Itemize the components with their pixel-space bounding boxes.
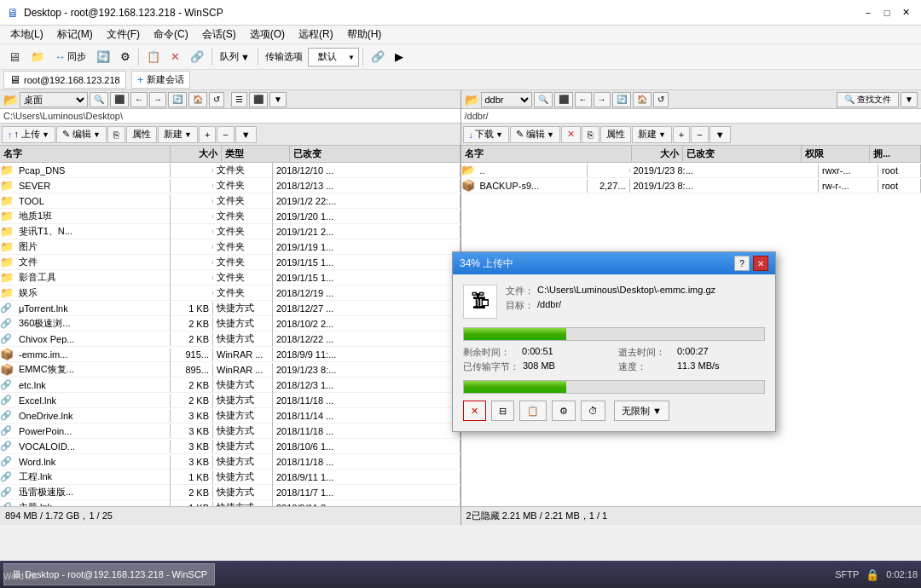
dialog-no-limit-btn[interactable]: 无限制 ▼: [614, 401, 669, 421]
left-file-row[interactable]: 🔗 Word.lnk 3 KB 快捷方式 2018/11/18 ...: [0, 454, 460, 470]
right-find-file[interactable]: 🔍 查找文件: [837, 92, 899, 107]
right-col-date[interactable]: 已改变: [683, 146, 802, 162]
right-col-owner[interactable]: 拥...: [870, 146, 921, 162]
toolbar-btn-7[interactable]: ✕: [166, 47, 184, 67]
right-add-btn[interactable]: +: [673, 126, 690, 143]
menu-file[interactable]: 文件(F): [100, 26, 147, 43]
toolbar-btn-ftp[interactable]: 🔗: [367, 47, 389, 67]
left-file-row[interactable]: 📁 SEVER 文件夹 2018/12/13 ...: [0, 178, 460, 193]
left-file-row[interactable]: 📁 斐讯T1、N... 文件夹 2019/1/21 2...: [0, 224, 460, 239]
left-file-row[interactable]: 🔗 OneDrive.lnk 3 KB 快捷方式 2018/11/14 ...: [0, 408, 460, 424]
toolbar-btn-2[interactable]: 📁: [26, 47, 49, 67]
left-file-row[interactable]: 🔗 主题.lnk 1 KB 快捷方式 2018/9/11 8:...: [0, 500, 460, 506]
right-prop-btn[interactable]: 属性: [600, 126, 631, 143]
dialog-close-btn[interactable]: ✕: [753, 256, 768, 271]
left-upload-btn[interactable]: ↑↑ 上传 ▼: [2, 126, 55, 143]
session-desktop[interactable]: 🖥 root@192.168.123.218: [3, 71, 126, 89]
right-filter-btn[interactable]: ▼: [710, 126, 731, 143]
maximize-button[interactable]: □: [878, 4, 895, 21]
left-nav-up[interactable]: ←: [130, 92, 148, 107]
left-file-row[interactable]: 📁 地质1班 文件夹 2019/1/20 1...: [0, 209, 460, 224]
right-drive-selector[interactable]: ddbr: [481, 92, 532, 107]
toolbar-btn-8[interactable]: 🔗: [186, 47, 208, 67]
menu-mark[interactable]: 标记(M): [50, 26, 100, 43]
dialog-settings-btn[interactable]: ⚙: [552, 401, 576, 421]
left-file-row[interactable]: 🔗 μTorrent.lnk 1 KB 快捷方式 2018/12/27 ...: [0, 301, 460, 316]
dialog-clock-btn[interactable]: ⏱: [581, 401, 605, 421]
left-col-type[interactable]: 类型: [222, 146, 290, 162]
left-col-date[interactable]: 已改变: [290, 146, 460, 162]
dialog-cancel-btn[interactable]: ✕: [463, 401, 486, 421]
left-file-row[interactable]: 📁 TOOL 文件夹 2019/1/2 22:...: [0, 193, 460, 209]
right-download-btn[interactable]: ↓ 下载 ▼: [463, 126, 509, 143]
right-filter[interactable]: ▼: [901, 92, 918, 107]
dialog-minimize-btn[interactable]: ⊟: [491, 401, 514, 421]
right-nav-up[interactable]: ←: [575, 92, 592, 107]
new-session-button[interactable]: + 新建会话: [131, 71, 191, 89]
left-file-row[interactable]: 📦 -emmc.im... 915... WinRAR ... 2018/9/9…: [0, 347, 460, 362]
right-file-row[interactable]: 📦 BACKUP-s9... 2,27... 2019/1/23 8:... r…: [461, 178, 922, 193]
left-edit-btn[interactable]: ✎ 编辑 ▼: [56, 126, 107, 143]
right-delete-btn[interactable]: ✕: [561, 126, 581, 143]
left-nav-btn-1[interactable]: 🔍: [90, 92, 108, 107]
right-nav-btn-2[interactable]: ⬛: [554, 92, 573, 107]
left-minus-btn[interactable]: −: [217, 126, 234, 143]
right-file-row[interactable]: 📂 .. 2019/1/23 8:... rwxr-... root: [461, 163, 922, 178]
left-file-row[interactable]: 🔗 工程.lnk 1 KB 快捷方式 2018/9/11 1...: [0, 470, 460, 485]
right-nav-home[interactable]: 🏠: [633, 92, 652, 107]
left-file-row[interactable]: 📁 图片 文件夹 2019/1/19 1...: [0, 239, 460, 255]
left-drive-selector[interactable]: 桌面: [20, 92, 88, 107]
right-edit-btn[interactable]: ✎ 编辑 ▼: [510, 126, 560, 143]
toolbar-btn-6[interactable]: 📋: [142, 47, 165, 67]
left-file-row[interactable]: 🔗 Excel.lnk 2 KB 快捷方式 2018/11/18 ...: [0, 393, 460, 408]
left-file-row[interactable]: 🔗 Chivox Pep... 2 KB 快捷方式 2018/12/22 ...: [0, 331, 460, 347]
menu-options[interactable]: 选项(O): [243, 26, 292, 43]
toolbar-queue[interactable]: 队列 ▼: [216, 47, 254, 67]
left-file-row[interactable]: 📁 文件 文件夹 2019/1/15 1...: [0, 255, 460, 270]
right-copy-btn[interactable]: ⎘: [582, 126, 600, 143]
left-file-row[interactable]: 📦 EMMC恢复... 895... WinRAR ... 2019/1/23 …: [0, 362, 460, 378]
menu-help[interactable]: 帮助(H): [340, 26, 389, 43]
left-add-btn[interactable]: +: [199, 126, 216, 143]
left-file-row[interactable]: 📁 Pcap_DNS 文件夹 2018/12/10 ...: [0, 163, 460, 178]
left-file-row[interactable]: 📁 影音工具 文件夹 2019/1/15 1...: [0, 270, 460, 285]
left-filter-btn[interactable]: ▼: [235, 126, 257, 143]
toolbar-btn-4[interactable]: 🔄: [92, 47, 114, 67]
toolbar-btn-arrow[interactable]: ▶: [391, 47, 408, 67]
left-sort-toggle[interactable]: ⬛: [249, 92, 268, 107]
left-nav-btn-2[interactable]: ⬛: [110, 92, 129, 107]
menu-session[interactable]: 会话(S): [195, 26, 243, 43]
right-nav-fwd[interactable]: →: [594, 92, 611, 107]
dialog-help-btn[interactable]: ?: [734, 256, 750, 271]
left-file-row[interactable]: 🔗 360极速浏... 2 KB 快捷方式 2018/10/2 2...: [0, 316, 460, 331]
left-file-row[interactable]: 🔗 PowerPoin... 3 KB 快捷方式 2018/11/18 ...: [0, 424, 460, 439]
dialog-copy-btn[interactable]: 📋: [519, 401, 547, 421]
left-view-toggle[interactable]: ☰: [231, 92, 247, 107]
right-col-name[interactable]: 名字: [461, 146, 632, 162]
left-col-size[interactable]: 大小: [171, 146, 222, 162]
left-nav-refresh2[interactable]: ↺: [209, 92, 224, 107]
right-minus-btn[interactable]: −: [691, 126, 708, 143]
toolbar-btn-1[interactable]: 🖥: [3, 47, 25, 67]
left-file-row[interactable]: 📁 娱乐 文件夹 2018/12/19 ...: [0, 285, 460, 301]
left-filter[interactable]: ▼: [269, 92, 287, 107]
menu-local[interactable]: 本地(L): [3, 26, 50, 43]
transfer-options-dropdown[interactable]: 默认 ▼: [308, 48, 359, 66]
toolbar-btn-3[interactable]: ↔ 同步: [50, 47, 90, 67]
minimize-button[interactable]: −: [860, 4, 877, 21]
close-button[interactable]: ✕: [897, 4, 914, 21]
left-file-row[interactable]: 🔗 etc.lnk 2 KB 快捷方式 2018/12/3 1...: [0, 378, 460, 393]
right-col-size[interactable]: 大小: [632, 146, 683, 162]
right-nav-btn-1[interactable]: 🔍: [534, 92, 553, 107]
menu-command[interactable]: 命令(C): [147, 26, 195, 43]
left-new-btn[interactable]: 新建 ▼: [158, 126, 198, 143]
toolbar-btn-5[interactable]: ⚙: [116, 47, 135, 67]
right-new-btn[interactable]: 新建 ▼: [632, 126, 672, 143]
menu-remote[interactable]: 远程(R): [292, 26, 340, 43]
right-refresh[interactable]: 🔄: [612, 92, 631, 107]
left-nav-home[interactable]: 🏠: [188, 92, 207, 107]
left-refresh[interactable]: 🔄: [168, 92, 187, 107]
left-copy-btn[interactable]: ⎘: [107, 126, 125, 143]
left-col-name[interactable]: 名字: [0, 146, 171, 162]
right-nav-refresh2[interactable]: ↺: [653, 92, 669, 107]
